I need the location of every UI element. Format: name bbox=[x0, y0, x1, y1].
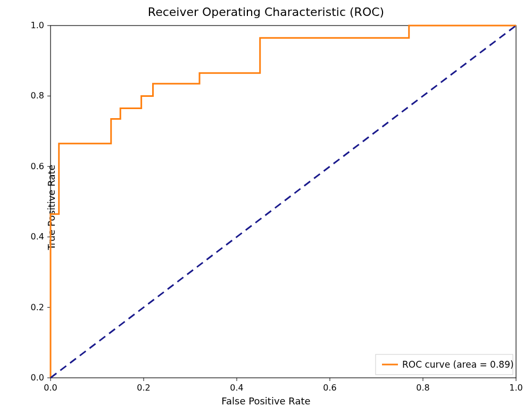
legend-label: ROC curve (area = 0.89) bbox=[402, 359, 514, 370]
x-tick-label: 0.2 bbox=[137, 383, 150, 393]
y-tick-label: 0.0 bbox=[31, 372, 44, 383]
x-tick-label: 0.0 bbox=[44, 383, 57, 393]
chart-svg: 0.00.20.40.60.81.00.00.20.40.60.81.0ROC … bbox=[0, 0, 532, 414]
y-tick-label: 0.8 bbox=[31, 90, 44, 101]
y-tick-label: 0.6 bbox=[31, 161, 44, 171]
y-tick-label: 1.0 bbox=[31, 20, 44, 30]
x-tick-label: 0.6 bbox=[323, 383, 336, 393]
x-tick-label: 1.0 bbox=[509, 383, 522, 393]
roc-chart: Receiver Operating Characteristic (ROC) … bbox=[0, 0, 532, 414]
diagonal-reference bbox=[51, 26, 516, 378]
x-tick-label: 0.4 bbox=[230, 383, 243, 393]
x-tick-label: 0.8 bbox=[416, 383, 429, 393]
y-tick-label: 0.2 bbox=[31, 302, 44, 312]
y-tick-label: 0.4 bbox=[31, 231, 44, 242]
